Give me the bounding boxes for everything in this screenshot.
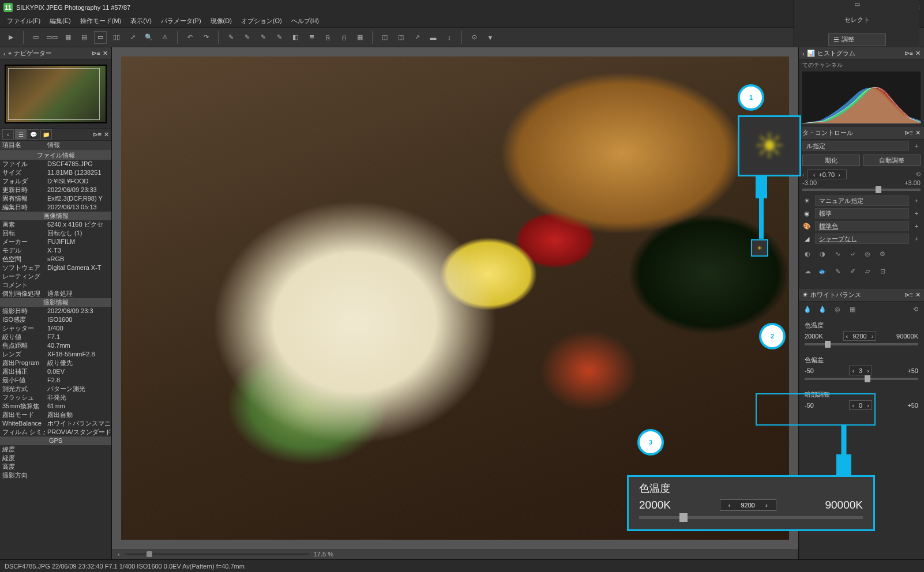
param-plus-1[interactable]: +	[912, 210, 921, 217]
callout-track[interactable]	[639, 516, 863, 519]
lens-icon[interactable]: ◎	[862, 249, 873, 259]
menu-param[interactable]: パラメータ(P)	[157, 16, 205, 27]
tint-track[interactable]	[805, 378, 918, 380]
pc-close-icon[interactable]: ✕	[915, 129, 921, 137]
wb-menu-icon[interactable]: ⊳≡	[904, 291, 913, 299]
develop-icon[interactable]: ▶	[5, 31, 17, 44]
param-plus-0[interactable]: +	[912, 197, 921, 204]
wb-dropper2-icon[interactable]: 💧	[817, 304, 828, 314]
highlight-icon[interactable]: ◐	[802, 249, 813, 259]
eraser-icon[interactable]: ▱	[862, 266, 873, 276]
cloud-icon[interactable]: ☁	[802, 266, 813, 276]
wb-close-icon[interactable]: ✕	[915, 291, 921, 299]
brush3-icon[interactable]: ✎	[257, 31, 269, 44]
param-dd-3[interactable]: シャープなし	[815, 234, 909, 244]
copy-icon[interactable]: ⎘	[321, 31, 334, 44]
prop-row: レーティング	[0, 272, 111, 281]
prop-row: 色空間sRGB	[0, 255, 111, 264]
auto-adjust-button[interactable]: 自動調整	[863, 155, 921, 166]
menu-help[interactable]: ヘルプ(H)	[288, 16, 322, 27]
brush2-icon[interactable]: ✎	[241, 31, 253, 44]
curve-icon[interactable]: ∿	[832, 249, 843, 259]
filter-icon[interactable]: ▼	[484, 31, 497, 44]
ct-stepper[interactable]: ‹9200›	[843, 331, 877, 341]
tool9-icon[interactable]: ▦	[354, 31, 366, 44]
param-dd-0[interactable]: マニュアル指定	[815, 195, 909, 206]
layout2-icon[interactable]: ▭▭	[46, 31, 58, 44]
zoom-slider[interactable]	[125, 553, 309, 555]
param-dd-1[interactable]: 標準	[815, 208, 909, 219]
fish-icon[interactable]: 🐟	[817, 266, 828, 276]
zoom-icon[interactable]: 🔍	[142, 31, 155, 44]
initialize-button[interactable]: 期化	[802, 155, 860, 166]
ev-track[interactable]	[802, 189, 921, 191]
wb-dropper-icon[interactable]: 💧	[802, 304, 813, 314]
tool5-icon[interactable]: ◧	[289, 31, 302, 44]
compare-icon[interactable]: ▯▯	[110, 31, 123, 44]
brush-icon[interactable]: ✐	[847, 266, 858, 276]
crop-icon[interactable]: ⊡	[877, 266, 888, 276]
rotate-icon[interactable]: ⤾	[847, 249, 858, 259]
menu-option[interactable]: オプション(O)	[238, 16, 286, 27]
redo-icon[interactable]: ↷	[200, 31, 212, 44]
tab-prev-icon[interactable]: ‹	[2, 129, 14, 140]
tab-info-icon[interactable]: ☰	[15, 129, 27, 140]
tab-close-icon[interactable]: ✕	[104, 131, 109, 138]
param-plus-3[interactable]: +	[912, 235, 921, 242]
picker2-icon[interactable]: ◫	[395, 31, 407, 44]
grid-icon[interactable]: ▦	[62, 31, 74, 44]
prop-row: 焦点距離40.7mm	[0, 341, 111, 350]
pencil-icon[interactable]: ✎	[832, 266, 843, 276]
brush4-icon[interactable]: ✎	[273, 31, 286, 44]
picker1-icon[interactable]: ◫	[378, 31, 391, 44]
select-label[interactable]: セレクト	[844, 16, 870, 24]
tab-comment-icon[interactable]: 💬	[28, 129, 39, 140]
pc-menu-icon[interactable]: ⊳≡	[904, 129, 913, 137]
adjust-dropdown[interactable]: ☰調整	[828, 33, 886, 46]
fit-icon[interactable]: ⤢	[126, 31, 139, 44]
single-view-icon[interactable]: ▭	[94, 31, 107, 44]
callout-stepper[interactable]: ‹9200›	[720, 499, 776, 511]
layout1-icon[interactable]: ▭	[29, 31, 42, 44]
ev-reset-icon[interactable]: ⟲	[915, 171, 921, 178]
gear-icon[interactable]: ⚙	[877, 249, 888, 259]
paste-icon[interactable]: ⎙	[337, 31, 350, 44]
param-dd-2[interactable]: 標準色	[815, 221, 909, 231]
hist-menu-icon[interactable]: ⊳≡	[904, 50, 913, 57]
undo-icon[interactable]: ↶	[183, 31, 196, 44]
tab-menu-icon[interactable]: ⊳≡	[93, 131, 102, 138]
menu-develop[interactable]: 現像(D)	[207, 16, 235, 27]
menu-mode[interactable]: 操作モード(M)	[77, 16, 125, 27]
select-mode-icon[interactable]: ▭	[851, 0, 863, 11]
manual-plus-icon[interactable]: +	[912, 142, 921, 149]
manual-dropdown[interactable]: ル指定	[802, 141, 909, 151]
param-plus-2[interactable]: +	[912, 223, 921, 229]
ct-label: 色温度	[802, 321, 921, 330]
menu-view[interactable]: 表示(V)	[127, 16, 155, 27]
hist-close-icon[interactable]: ✕	[915, 50, 921, 57]
menu-edit[interactable]: 編集(E)	[46, 16, 74, 27]
sort-icon[interactable]: ↕	[443, 31, 456, 44]
warning-icon[interactable]: ⚠	[159, 31, 171, 44]
panel-icon[interactable]: ▬	[427, 31, 440, 44]
thumb-icon[interactable]: ▤	[78, 31, 91, 44]
tone-icon[interactable]: ◑	[817, 249, 828, 259]
menu-file[interactable]: ファイル(F)	[3, 16, 44, 27]
ev-stepper[interactable]: ‹+0.70›	[807, 170, 847, 179]
tab-folder-icon[interactable]: 📁	[40, 129, 52, 140]
wb-grid-icon[interactable]: ▦	[847, 304, 858, 314]
scroll-left-icon[interactable]: ‹	[118, 551, 120, 558]
wb-reset-icon[interactable]: ⟲	[910, 304, 921, 314]
ct-track[interactable]	[805, 343, 918, 345]
export-icon[interactable]: ↗	[411, 31, 423, 44]
layers-icon[interactable]: ≣	[305, 31, 318, 44]
panel-close-icon[interactable]: ✕	[103, 50, 108, 57]
image-canvas[interactable]	[121, 57, 789, 540]
wb-title: ホワイトバランス	[810, 291, 861, 299]
tint-stepper[interactable]: ‹3›	[849, 366, 872, 375]
wb-target-icon[interactable]: ◎	[832, 304, 843, 314]
brush1-icon[interactable]: ✎	[224, 31, 237, 44]
search-icon[interactable]: ⊙	[468, 31, 480, 44]
panel-menu-icon[interactable]: ⊳≡	[92, 50, 100, 57]
navigator-thumbnail[interactable]	[5, 65, 107, 123]
